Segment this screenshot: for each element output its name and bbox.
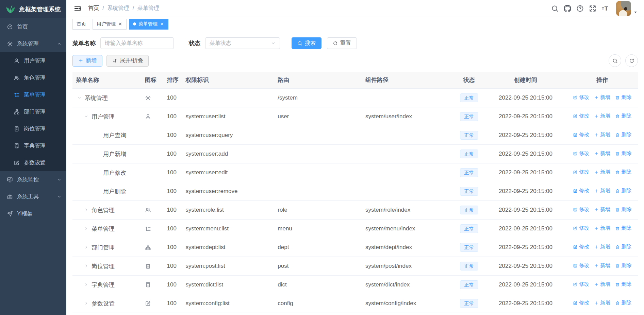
row-edit-button[interactable]: 修改	[573, 113, 589, 119]
row-delete-button[interactable]: 删除	[615, 188, 631, 194]
font-size-icon[interactable]: TT	[601, 5, 609, 12]
close-icon[interactable]	[160, 22, 164, 26]
row-add-button[interactable]: 新增	[594, 132, 610, 138]
tree-expand-icon[interactable]	[84, 263, 92, 270]
close-icon[interactable]	[118, 22, 122, 26]
sidebar-item-岗位管理[interactable]: 岗位管理	[0, 120, 66, 137]
row-edit-button[interactable]: 修改	[573, 150, 589, 157]
question-icon[interactable]	[576, 5, 584, 12]
row-edit-button[interactable]: 修改	[573, 262, 589, 269]
sidebar-item-系统工具[interactable]: 系统工具	[0, 188, 66, 205]
menu-name-input[interactable]	[100, 37, 174, 49]
row-add-button[interactable]: 新增	[594, 281, 610, 287]
sidebar-item-角色管理[interactable]: 角色管理	[0, 69, 66, 86]
breadcrumb-item-首页[interactable]: 首页	[88, 5, 99, 12]
sidebar-item-字典管理[interactable]: 字典管理	[0, 137, 66, 154]
sort-cell: 100	[164, 89, 182, 107]
sidebar-item-用户管理[interactable]: 用户管理	[0, 52, 66, 69]
sort-cell: 100	[164, 163, 182, 182]
tree-expand-icon[interactable]	[84, 282, 92, 288]
row-add-button[interactable]: 新增	[594, 94, 610, 101]
sidebar-item-系统管理[interactable]: 系统管理	[0, 35, 66, 52]
row-delete-button[interactable]: 删除	[615, 206, 631, 213]
row-delete-button[interactable]: 删除	[615, 169, 631, 175]
trash-icon	[615, 245, 620, 249]
row-add-button[interactable]: 新增	[594, 225, 610, 231]
reset-button[interactable]: 重置	[327, 37, 357, 49]
row-add-button[interactable]: 新增	[594, 206, 610, 213]
status-select[interactable]: 菜单状态	[205, 37, 280, 49]
row-add-button[interactable]: 新增	[594, 150, 610, 157]
row-edit-button[interactable]: 修改	[573, 169, 589, 175]
sidebar-item-Yi框架[interactable]: Yi框架	[0, 205, 66, 222]
row-add-button[interactable]: 新增	[594, 169, 610, 175]
tree-expand-icon[interactable]	[84, 300, 92, 307]
route-cell: /monitor	[274, 313, 362, 315]
row-edit-button[interactable]: 修改	[573, 281, 589, 287]
row-add-button[interactable]: 新增	[594, 244, 610, 250]
route-cell: user	[274, 107, 362, 126]
app-logo[interactable]: 意框架管理系统	[0, 0, 66, 18]
component-cell: system/role/index	[362, 201, 453, 220]
row-edit-button[interactable]: 修改	[573, 206, 589, 213]
sidebar-item-菜单管理[interactable]: 菜单管理	[0, 86, 66, 103]
tree-collapse-icon[interactable]	[84, 113, 92, 120]
created-time: 2022-09-25 20:15:00	[499, 300, 552, 307]
row-edit-button[interactable]: 修改	[573, 132, 589, 138]
sort-cell: 100	[164, 145, 182, 163]
sidebar-item-参数设置[interactable]: 参数设置	[0, 154, 66, 171]
sidebar-item-系统监控[interactable]: 系统监控	[0, 171, 66, 188]
table-row: 用户新增100system:user:add正常2022-09-25 20:15…	[72, 145, 638, 163]
row-delete-button[interactable]: 删除	[615, 244, 631, 250]
sidebar-collapse-icon[interactable]	[74, 5, 81, 12]
user-menu[interactable]	[616, 1, 638, 16]
sort-cell: 100	[164, 238, 182, 257]
perms-cell: system:user:add	[182, 145, 274, 163]
tab-用户管理[interactable]: 用户管理	[93, 19, 127, 30]
page-content: 菜单名称 状态 菜单状态 搜索 重置 新增 展	[66, 31, 644, 315]
expand-collapse-button[interactable]: 展开/折叠	[106, 55, 149, 67]
tab-首页[interactable]: 首页	[72, 19, 90, 30]
row-delete-button[interactable]: 删除	[615, 225, 631, 231]
created-time: 2022-09-25 20:15:00	[499, 263, 552, 269]
row-delete-button[interactable]: 删除	[615, 281, 631, 287]
row-delete-button[interactable]: 删除	[615, 262, 631, 269]
created-time: 2022-09-25 20:15:00	[499, 151, 552, 157]
tree-expand-icon[interactable]	[84, 244, 92, 251]
tree-expand-icon[interactable]	[84, 207, 92, 214]
row-delete-button[interactable]: 删除	[615, 113, 631, 119]
add-button[interactable]: 新增	[72, 55, 102, 67]
avatar[interactable]	[616, 1, 631, 16]
row-delete-button[interactable]: 删除	[615, 94, 631, 101]
row-delete-button[interactable]: 删除	[615, 300, 631, 306]
row-add-button[interactable]: 新增	[594, 113, 610, 119]
row-edit-button[interactable]: 修改	[573, 225, 589, 231]
op-label: 删除	[621, 244, 631, 250]
tree-expand-icon[interactable]	[84, 226, 92, 232]
edit-icon	[573, 263, 578, 268]
row-delete-button[interactable]: 删除	[615, 132, 631, 138]
perms-cell: system:config:list	[182, 294, 274, 313]
perms-value: system:user:query	[185, 132, 233, 138]
row-add-button[interactable]: 新增	[594, 300, 610, 306]
row-edit-button[interactable]: 修改	[573, 94, 589, 101]
perms-cell	[182, 313, 274, 315]
github-icon[interactable]	[564, 5, 571, 12]
row-delete-button[interactable]: 删除	[615, 150, 631, 157]
search-icon[interactable]	[551, 5, 559, 12]
row-edit-button[interactable]: 修改	[573, 244, 589, 250]
sidebar-item-部门管理[interactable]: 部门管理	[0, 103, 66, 120]
show-search-button[interactable]	[609, 54, 621, 67]
row-add-button[interactable]: 新增	[594, 188, 610, 194]
created-time: 2022-09-25 20:15:00	[499, 225, 552, 232]
tab-菜单管理[interactable]: 菜单管理	[129, 19, 168, 30]
refresh-table-button[interactable]	[625, 54, 638, 67]
fullscreen-icon[interactable]	[589, 5, 596, 12]
row-add-button[interactable]: 新增	[594, 262, 610, 269]
row-edit-button[interactable]: 修改	[573, 188, 589, 194]
tree-collapse-icon[interactable]	[77, 95, 85, 102]
trash-icon	[615, 170, 620, 175]
sidebar-item-首页[interactable]: 首页	[0, 18, 66, 35]
search-button[interactable]: 搜索	[292, 37, 321, 49]
row-edit-button[interactable]: 修改	[573, 300, 589, 306]
